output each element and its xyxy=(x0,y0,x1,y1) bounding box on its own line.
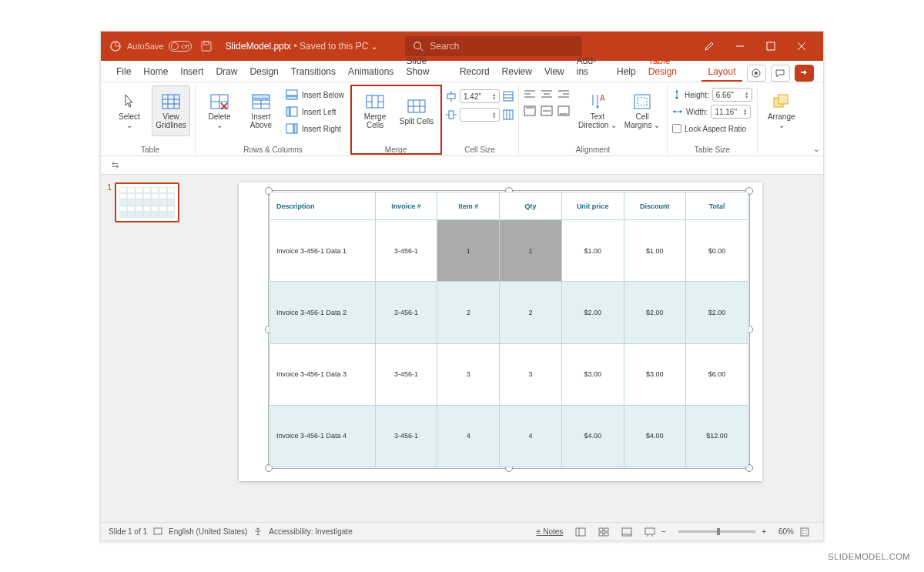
tab-transitions[interactable]: Transitions xyxy=(285,63,342,82)
table-cell[interactable]: 1 xyxy=(437,220,500,282)
accessibility-icon[interactable] xyxy=(253,527,263,537)
align-center-icon[interactable] xyxy=(541,89,556,104)
minimize-button[interactable] xyxy=(725,32,755,61)
lock-aspect-checkbox[interactable]: Lock Aspect Ratio xyxy=(672,121,752,136)
align-right-icon[interactable] xyxy=(557,89,573,104)
table-cell[interactable]: $1.00 xyxy=(624,220,686,282)
tab-file[interactable]: File xyxy=(110,63,137,82)
table-cell[interactable]: 3-456-1 xyxy=(375,220,437,282)
table-cell[interactable]: 2 xyxy=(500,282,562,343)
text-direction-button[interactable]: A Text Direction ⌄ xyxy=(576,85,619,136)
cell-height-field[interactable]: 1.42"▴▾ xyxy=(446,89,514,104)
reading-view-icon[interactable] xyxy=(621,527,632,537)
save-icon[interactable] xyxy=(198,38,215,55)
tab-table-design[interactable]: Table Design xyxy=(642,52,702,82)
collapse-ribbon-icon[interactable]: ⌄ xyxy=(813,144,820,154)
align-bottom-icon[interactable] xyxy=(557,105,573,121)
distribute-rows-icon[interactable] xyxy=(503,91,514,102)
table-cell[interactable]: 1 xyxy=(500,220,562,282)
tab-insert[interactable]: Insert xyxy=(174,63,209,82)
comments-icon[interactable] xyxy=(771,65,790,82)
language-label[interactable]: English (United States) xyxy=(169,527,247,536)
share-button[interactable] xyxy=(795,65,814,82)
table-cell[interactable]: $1.00 xyxy=(561,220,624,282)
table-cell[interactable]: 3-456-1 xyxy=(375,405,437,467)
slide-indicator[interactable]: Slide 1 of 1 xyxy=(109,527,147,536)
table-cell[interactable]: 4 xyxy=(437,405,500,467)
insert-above-button[interactable]: Insert Above xyxy=(242,85,280,136)
table-cell[interactable]: 3 xyxy=(500,343,562,405)
cell-margins-button[interactable]: Cell Margins ⌄ xyxy=(622,85,662,136)
insert-below-button[interactable]: Insert Below xyxy=(283,87,346,102)
table-cell[interactable]: 3 xyxy=(437,343,500,405)
slide-thumbnail-1[interactable] xyxy=(115,182,179,222)
delete-button[interactable]: Delete⌄ xyxy=(200,85,239,136)
insert-left-button[interactable]: Insert Left xyxy=(283,104,346,119)
table-cell[interactable]: $2.00 xyxy=(624,282,686,343)
table-cell[interactable]: $0.00 xyxy=(686,220,748,282)
record-pill-icon[interactable] xyxy=(747,65,766,82)
filename[interactable]: SlideModel.pptx • Saved to this PC⌄ xyxy=(226,41,378,52)
table-header-cell[interactable]: Qty xyxy=(500,192,562,220)
merge-cells-button[interactable]: Merge Cells xyxy=(356,85,394,136)
slide-table[interactable]: DescriptionInvoice #Item #QtyUnit priceD… xyxy=(270,192,748,467)
table-header-cell[interactable]: Discount xyxy=(624,192,686,220)
accessibility-label[interactable]: Accessibility: Investigate xyxy=(269,527,352,536)
table-cell[interactable]: $3.00 xyxy=(624,343,686,405)
align-middle-icon[interactable] xyxy=(541,105,556,121)
split-cells-button[interactable]: Split Cells xyxy=(397,85,436,136)
table-cell[interactable]: 3-456-1 xyxy=(375,282,437,343)
table-header-cell[interactable]: Unit price xyxy=(561,192,624,220)
table-cell[interactable]: $6.00 xyxy=(686,343,748,405)
maximize-button[interactable] xyxy=(755,32,786,61)
table-cell[interactable]: $4.00 xyxy=(624,405,686,467)
tab-help[interactable]: Help xyxy=(611,63,642,82)
cell-width-field[interactable]: ▴▾ xyxy=(446,107,514,122)
select-button[interactable]: Select⌄ xyxy=(110,85,149,136)
tab-home[interactable]: Home xyxy=(137,63,174,82)
tab-draw[interactable]: Draw xyxy=(209,63,243,82)
close-button[interactable] xyxy=(786,32,817,61)
align-top-icon[interactable] xyxy=(524,105,539,121)
tab-animations[interactable]: Animations xyxy=(342,63,400,82)
table-cell[interactable]: Invoice 3-456-1 Data 2 xyxy=(270,282,376,343)
table-cell[interactable]: $12.00 xyxy=(686,405,748,467)
tab-review[interactable]: Review xyxy=(496,63,538,82)
zoom-slider[interactable] xyxy=(678,530,755,533)
table-cell[interactable]: 2 xyxy=(437,282,500,343)
language-icon[interactable] xyxy=(153,527,162,537)
table-cell[interactable]: $4.00 xyxy=(561,405,624,467)
sorter-view-icon[interactable] xyxy=(598,527,609,537)
table-cell[interactable]: $2.00 xyxy=(561,282,624,343)
align-left-icon[interactable] xyxy=(524,89,539,104)
normal-view-icon[interactable] xyxy=(575,527,586,537)
tab-slideshow[interactable]: Slide Show xyxy=(400,52,454,82)
qat-dropdown-icon[interactable]: ⇆ xyxy=(112,160,119,170)
table-cell[interactable]: 4 xyxy=(500,405,562,467)
table-header-cell[interactable]: Description xyxy=(270,192,376,220)
table-header-cell[interactable]: Invoice # xyxy=(375,192,437,220)
tab-addins[interactable]: Add-ins xyxy=(571,52,611,82)
table-cell[interactable]: Invoice 3-456-1 Data 3 xyxy=(270,343,376,405)
table-header-cell[interactable]: Item # xyxy=(437,192,500,220)
table-cell[interactable]: 3-456-1 xyxy=(375,343,437,405)
table-cell[interactable]: Invoice 3-456-1 Data 4 xyxy=(270,405,376,467)
slide-canvas[interactable]: DescriptionInvoice #Item #QtyUnit priceD… xyxy=(186,175,823,522)
tab-view[interactable]: View xyxy=(538,63,571,82)
notes-button[interactable]: ≡ Notes xyxy=(537,527,564,536)
table-width-field[interactable]: Width: 11.16"▴▾ xyxy=(672,104,752,119)
table-header-cell[interactable]: Total xyxy=(686,192,748,220)
tab-layout[interactable]: Layout xyxy=(701,63,742,82)
autosave-toggle[interactable]: AutoSave Off xyxy=(127,41,192,52)
insert-right-button[interactable]: Insert Right xyxy=(283,121,346,136)
zoom-level[interactable]: 60% xyxy=(778,527,794,536)
view-gridlines-button[interactable]: View Gridlines xyxy=(152,85,190,136)
table-cell[interactable]: $2.00 xyxy=(686,282,748,343)
slideshow-view-icon[interactable] xyxy=(644,527,655,537)
table-cell[interactable]: Invoice 3-456-1 Data 1 xyxy=(270,220,376,282)
fit-to-window-icon[interactable] xyxy=(800,527,809,537)
tab-record[interactable]: Record xyxy=(454,63,496,82)
distribute-columns-icon[interactable] xyxy=(503,109,514,120)
arrange-button[interactable]: Arrange⌄ xyxy=(762,85,801,136)
tab-design[interactable]: Design xyxy=(243,63,284,82)
